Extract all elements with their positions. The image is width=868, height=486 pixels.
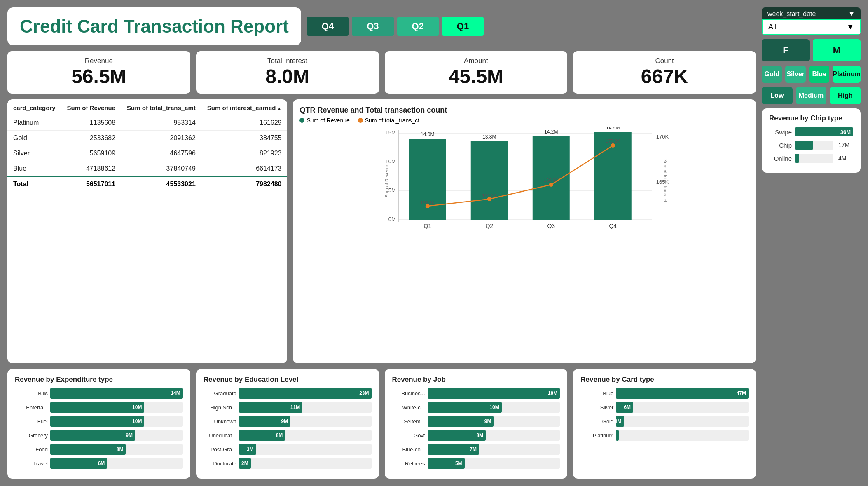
legend-trans-ct-dot <box>358 118 363 123</box>
svg-text:5M: 5M <box>388 187 396 193</box>
bar-graduate: Graduate 23M <box>204 388 372 399</box>
card-type-chart-card: Revenue by Card type Blue 47M Silver 6M … <box>573 369 756 479</box>
svg-text:Q2: Q2 <box>486 223 494 229</box>
bar-travel: Travel 6M <box>15 458 183 469</box>
table-row: Silver 5659109 4647596 821923 <box>7 146 287 161</box>
job-bars: Busines... 18M White-c... 10M Selfem... … <box>392 388 560 469</box>
week-filter-value[interactable]: All ▼ <box>762 19 861 35</box>
qtr-chart-title: QTR Revenue and Total transaction count <box>299 106 749 115</box>
bar-food: Food 8M <box>15 444 183 455</box>
qtr-chart-card: QTR Revenue and Total transaction count … <box>293 99 756 363</box>
qtr-chart-legend: Sum of Revenue Sum of total_trans_ct <box>299 117 749 124</box>
legend-revenue-label: Sum of Revenue <box>306 117 349 124</box>
bar-bills: Bills 14M <box>15 388 183 399</box>
col-header-interest: Sum of interest_earned <box>201 99 288 115</box>
dashboard-title: Credit Card Transaction Report <box>20 16 289 36</box>
bar-postgra: Post-Gra... 3M <box>204 444 372 455</box>
income-high-button[interactable]: High <box>830 87 861 104</box>
week-filter-label: week_start_date ▼ <box>762 7 861 19</box>
kpi-count: Count 667K <box>573 51 756 94</box>
summary-table-card: card_category Sum of Revenue Sum of tota… <box>7 99 287 363</box>
col-header-trans-amt: Sum of total_trans_amt <box>121 99 201 115</box>
legend-revenue-dot <box>299 118 304 123</box>
kpi-amount-value: 45.5M <box>396 65 556 88</box>
svg-text:173.2K: 173.2K <box>606 139 621 143</box>
svg-text:166.6K: 166.6K <box>544 178 559 183</box>
cat-blue-button[interactable]: Blue <box>809 66 829 83</box>
line-dot-q3 <box>549 183 553 187</box>
week-filter[interactable]: week_start_date ▼ All ▼ <box>762 7 861 35</box>
bar-govt: Govt 8M <box>392 430 560 441</box>
card-cat-filter-group: Gold Silver Blue Platinum <box>762 66 861 83</box>
cat-platinum-button[interactable]: Platinum <box>833 66 861 83</box>
expenditure-bars: Bills 14M Enterta... 10M Fuel 10M Grocer… <box>15 388 183 469</box>
bar-silver: Silver 6M <box>580 402 749 413</box>
cat-silver-button[interactable]: Silver <box>785 66 805 83</box>
chip-bar-chip: Chip 17M <box>769 141 853 150</box>
table-row: Platinum 1135608 953314 161629 <box>7 115 287 131</box>
expenditure-chart-title: Revenue by Expenditure type <box>15 376 183 384</box>
table-total-row: Total 56517011 45533021 7982480 <box>7 176 287 192</box>
col-header-revenue: Sum of Revenue <box>61 99 122 115</box>
q1-button[interactable]: Q1 <box>442 17 484 36</box>
svg-text:0M: 0M <box>388 216 396 222</box>
trans-ct-line <box>428 146 613 206</box>
chip-chart-title: Revenue by Chip type <box>769 114 853 122</box>
kpi-revenue-label: Revenue <box>19 57 179 65</box>
gender-f-button[interactable]: F <box>762 39 810 61</box>
bar-doctorate: Doctorate 2M <box>204 458 372 469</box>
bar-blue: Blue 47M <box>580 388 749 399</box>
bar-grocery: Grocery 9M <box>15 430 183 441</box>
education-chart-title: Revenue by Education Level <box>204 376 372 384</box>
kpi-revenue-value: 56.5M <box>19 65 179 88</box>
svg-text:14.2M: 14.2M <box>545 129 558 135</box>
svg-text:Q3: Q3 <box>547 223 555 229</box>
svg-text:Q1: Q1 <box>424 223 432 229</box>
svg-text:Q4: Q4 <box>609 223 617 229</box>
card-type-bars: Blue 47M Silver 6M Gold 3M Platinum 1M <box>580 388 749 441</box>
right-panel: week_start_date ▼ All ▼ F M Gold Silver … <box>762 7 861 479</box>
bar-retirees: Retirees 5M <box>392 458 560 469</box>
svg-text:15M: 15M <box>386 129 396 136</box>
card-type-chart-title: Revenue by Card type <box>580 376 749 384</box>
q3-button[interactable]: Q3 <box>352 17 393 36</box>
q2-button[interactable]: Q2 <box>397 17 439 36</box>
legend-trans-ct: Sum of total_trans_ct <box>358 117 419 124</box>
bar-uneducat: Uneducat... 8M <box>204 430 372 441</box>
qtr-chart-svg: 15M 10M 5M 0M 170K 165K 14.0M <box>299 127 749 238</box>
kpi-interest: Total Interest 8.0M <box>196 51 379 94</box>
q4-button[interactable]: Q4 <box>307 17 349 36</box>
expenditure-chart-card: Revenue by Expenditure type Bills 14M En… <box>7 369 190 479</box>
legend-revenue: Sum of Revenue <box>299 117 349 124</box>
svg-text:14.5M: 14.5M <box>606 127 620 131</box>
chip-chart-card: Revenue by Chip type Swipe 36M Chip 17M … <box>762 108 861 173</box>
svg-text:Sum of total_trans_ct: Sum of total_trans_ct <box>663 159 668 202</box>
bar-q2[interactable] <box>471 141 508 220</box>
bar-highsch: High Sch... 11M <box>204 402 372 413</box>
line-dot-q4 <box>611 143 615 148</box>
education-bars: Graduate 23M High Sch... 11M Unknown 9M … <box>204 388 372 469</box>
svg-text:163.3K: 163.3K <box>421 200 435 205</box>
bar-selfem: Selfem... 9M <box>392 416 560 427</box>
kpi-revenue: Revenue 56.5M <box>7 51 190 94</box>
table-row: Blue 47188612 37840749 6614173 <box>7 161 287 177</box>
income-medium-button[interactable]: Medium <box>796 87 827 104</box>
income-filter-group: Low Medium High <box>762 87 861 104</box>
gender-filter-group: F M <box>762 39 861 61</box>
kpi-interest-label: Total Interest <box>208 57 367 65</box>
education-chart-card: Revenue by Education Level Graduate 23M … <box>196 369 379 479</box>
kpi-count-label: Count <box>585 57 744 65</box>
title-card: Credit Card Transaction Report <box>7 7 301 45</box>
svg-text:Sum of Revenue: Sum of Revenue <box>384 164 389 197</box>
cat-gold-button[interactable]: Gold <box>762 66 782 83</box>
svg-text:170K: 170K <box>656 134 669 140</box>
income-low-button[interactable]: Low <box>762 87 793 104</box>
bar-whitec: White-c... 10M <box>392 402 560 413</box>
svg-text:13.8M: 13.8M <box>483 134 496 140</box>
bar-enterta: Enterta... 10M <box>15 402 183 413</box>
svg-text:164.2K: 164.2K <box>482 193 497 198</box>
kpi-count-value: 667K <box>585 65 744 88</box>
kpi-row: Revenue 56.5M Total Interest 8.0M Amount… <box>7 51 756 94</box>
gender-m-button[interactable]: M <box>813 39 861 61</box>
kpi-amount-label: Amount <box>396 57 556 65</box>
